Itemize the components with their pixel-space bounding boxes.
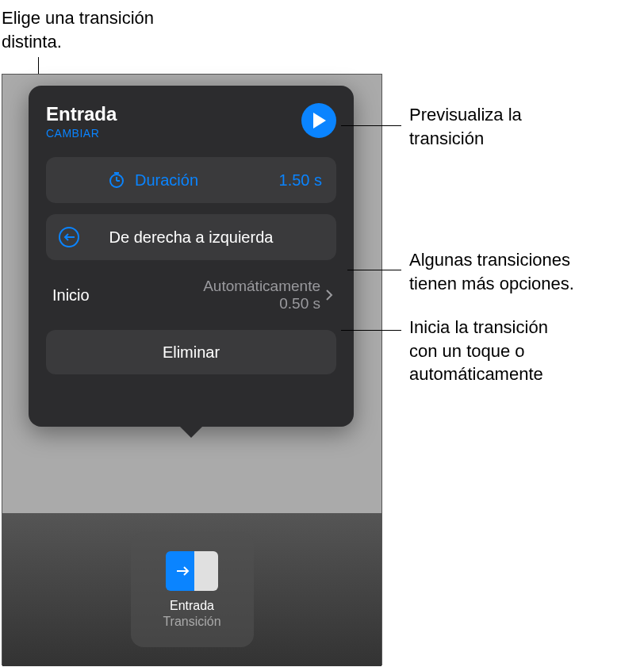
svg-marker-1 (313, 113, 326, 128)
callout-line (347, 270, 401, 270)
callout-line (341, 125, 401, 126)
annotation-change-transition: Elige una transición distinta. (2, 6, 154, 53)
arrow-left-icon (59, 227, 79, 247)
duration-label: Duración (135, 171, 279, 190)
direction-button[interactable]: De derecha a izquierda (46, 214, 336, 260)
duration-slider[interactable]: Duración 1.50 s (46, 157, 336, 203)
transition-thumbnail[interactable]: Entrada Transición (131, 532, 254, 647)
change-transition-button[interactable]: CAMBIAR (46, 127, 117, 140)
timer-icon (108, 171, 125, 189)
bottom-bar: Entrada Transición (2, 513, 381, 666)
delete-button[interactable]: Eliminar (46, 330, 336, 374)
duration-value: 1.50 s (279, 171, 322, 190)
annotation-start: Inicia la transición con un toque o auto… (409, 316, 548, 386)
popover-header: Entrada CAMBIAR (46, 103, 336, 140)
transition-popover: Entrada CAMBIAR Duración 1.50 s De derec… (29, 86, 354, 427)
preview-play-button[interactable] (301, 103, 336, 138)
start-delay-value: 0.50 s (203, 295, 320, 312)
start-button[interactable]: Inicio Automáticamente 0.50 s (46, 271, 336, 319)
play-icon (312, 113, 326, 128)
callout-line (341, 330, 401, 331)
direction-label: De derecha a izquierda (109, 228, 274, 247)
annotation-preview: Previsualiza la transición (409, 103, 522, 150)
transition-in-icon (166, 551, 218, 591)
chevron-right-icon (325, 289, 333, 301)
thumbnail-title: Entrada (170, 599, 214, 613)
popover-title: Entrada (46, 103, 117, 125)
start-label: Inicio (52, 286, 90, 305)
annotation-options: Algunas transiciones tienen más opciones… (409, 248, 574, 295)
start-mode-value: Automáticamente (203, 278, 320, 295)
thumbnail-subtitle: Transición (163, 615, 220, 629)
delete-label: Eliminar (163, 343, 220, 362)
